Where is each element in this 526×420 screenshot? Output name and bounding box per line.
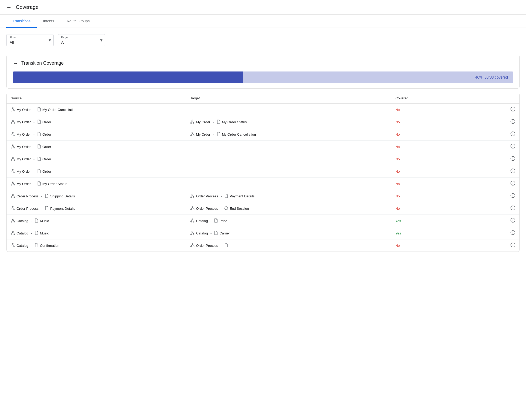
svg-line-53: [12, 170, 13, 172]
svg-line-110: [13, 232, 14, 234]
info-icon[interactable]: [510, 108, 515, 112]
info-icon[interactable]: [510, 194, 515, 199]
flow-icon: [11, 120, 15, 125]
svg-point-86: [193, 209, 194, 210]
table-row: Catalog - Confirmation Order Process - N…: [7, 239, 519, 252]
svg-line-30: [192, 133, 194, 135]
svg-line-38: [13, 146, 14, 147]
cell-flow-name: My Order: [196, 132, 210, 136]
cell-page-name: My Order Cancellation: [222, 132, 256, 136]
cell-sep: -: [213, 132, 214, 136]
svg-point-80: [11, 209, 12, 210]
info-icon[interactable]: [510, 244, 515, 248]
target-cell: My Order - My Order Status: [186, 116, 391, 128]
flow-icon: [190, 243, 194, 248]
col-header-covered: Covered: [391, 93, 468, 104]
target-cell: Order Process -: [186, 239, 391, 252]
info-icon[interactable]: [510, 132, 515, 137]
svg-line-88: [192, 207, 194, 209]
svg-point-99: [190, 221, 192, 222]
flow-icon: [11, 144, 15, 149]
info-icon[interactable]: [510, 145, 515, 149]
page-icon: [37, 157, 41, 162]
cell-page-name: Payment Details: [230, 194, 255, 198]
cell-flow-name: Order Process: [196, 244, 218, 248]
info-icon[interactable]: [510, 120, 515, 125]
table-row: Catalog - Music Catalog - Carrier Yes: [7, 227, 519, 239]
info-icon[interactable]: [510, 219, 515, 223]
cell-page-name: Music: [40, 231, 49, 235]
svg-point-41: [513, 145, 513, 146]
col-header-action: [468, 93, 519, 104]
action-cell: [468, 227, 519, 239]
cell-flow-name: My Order: [17, 120, 31, 124]
source-cell: My Order - My Order Cancellation: [7, 104, 186, 116]
svg-point-73: [193, 197, 194, 198]
source-cell: My Order - My Order Status: [7, 178, 186, 190]
covered-cell: Yes: [391, 227, 468, 239]
tab-route-groups[interactable]: Route Groups: [60, 15, 96, 28]
flow-icon: [190, 206, 194, 211]
covered-cell: No: [391, 165, 468, 178]
svg-line-122: [12, 244, 13, 246]
source-cell: My Order - Order: [7, 128, 186, 141]
cell-sep: -: [221, 194, 222, 198]
action-cell: [468, 202, 519, 215]
svg-point-131: [513, 244, 513, 244]
tab-intents[interactable]: Intents: [37, 15, 60, 28]
cell-sep: -: [31, 219, 32, 223]
info-icon[interactable]: [510, 157, 515, 162]
page-icon: [35, 243, 38, 248]
cell-flow-name: My Order: [17, 157, 31, 161]
flow-icon: [190, 218, 194, 223]
tab-transitions[interactable]: Transitions: [6, 15, 37, 28]
source-cell: Order Process - Payment Details: [7, 202, 186, 215]
source-cell: My Order - Order: [7, 141, 186, 153]
svg-line-109: [12, 232, 13, 234]
info-icon[interactable]: [510, 231, 515, 236]
svg-line-83: [13, 207, 14, 209]
svg-point-78: [513, 194, 513, 195]
cell-sep: -: [33, 132, 34, 136]
action-cell: [468, 190, 519, 202]
svg-point-7: [513, 108, 513, 109]
flow-icon: [190, 194, 194, 199]
svg-line-54: [13, 170, 14, 172]
action-cell: [468, 178, 519, 190]
source-cell: Catalog - Music: [7, 227, 186, 239]
svg-point-35: [11, 147, 12, 148]
info-icon[interactable]: [510, 207, 515, 211]
cell-page-name: My Order Status: [43, 182, 68, 186]
svg-line-87: [191, 207, 192, 209]
page-title: Coverage: [16, 4, 39, 10]
table-body: My Order - My Order Cancellation No My O…: [7, 104, 519, 252]
svg-point-60: [14, 184, 15, 185]
info-icon[interactable]: [510, 182, 515, 186]
page-icon: [37, 169, 41, 174]
target-cell: Catalog - Carrier: [186, 227, 391, 239]
svg-point-21: [12, 132, 13, 133]
flow-icon: [11, 157, 15, 162]
page-icon: [37, 107, 41, 112]
back-button[interactable]: ←: [6, 4, 12, 10]
flow-label: Flow: [9, 36, 16, 39]
page-filter: Page All ▾: [58, 34, 105, 46]
svg-point-89: [225, 207, 228, 210]
svg-point-13: [192, 120, 193, 121]
svg-point-0: [12, 107, 13, 109]
page-icon: [224, 194, 228, 199]
page-icon: [45, 194, 49, 199]
svg-line-46: [13, 158, 14, 160]
svg-line-127: [191, 244, 192, 246]
svg-point-8: [12, 120, 13, 121]
target-cell: [186, 141, 391, 153]
flow-icon: [190, 231, 194, 236]
svg-point-23: [14, 135, 15, 136]
cell-flow-name: Order Process: [196, 207, 218, 211]
info-icon[interactable]: [510, 170, 515, 174]
page-icon: [217, 120, 220, 125]
cell-page-name: Order: [43, 120, 51, 124]
cell-sep: -: [41, 194, 42, 198]
covered-value: No: [395, 194, 400, 198]
cell-flow-name: Order Process: [196, 194, 218, 198]
